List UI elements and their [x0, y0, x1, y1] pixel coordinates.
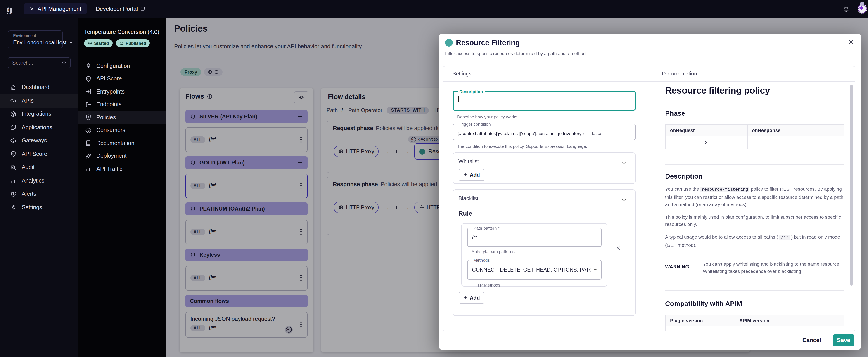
play-circle-icon — [88, 41, 92, 45]
compat-col-apim: APIM version — [735, 315, 844, 326]
whitelist-label: Whitelist — [458, 158, 479, 164]
external-link-icon — [140, 6, 145, 11]
code-chip: /** — [779, 235, 790, 240]
api-nav-api-traffic[interactable]: API Traffic — [78, 162, 166, 175]
api-nav-label: Configuration — [96, 63, 130, 69]
sidebar-item-dashboard[interactable]: Dashboard — [0, 81, 78, 94]
cloud-check-icon — [119, 41, 124, 45]
sidebar-search — [8, 57, 70, 68]
chevron-down-icon[interactable] — [621, 160, 627, 166]
rule-card: Path pattern * /** Ant-style path patter… — [461, 223, 607, 286]
resize-handle-icon[interactable] — [629, 104, 632, 108]
search-input[interactable] — [11, 60, 62, 66]
sidebar-item-analytics[interactable]: Analytics — [0, 174, 78, 187]
sidebar-item-settings[interactable]: Settings — [0, 201, 78, 214]
api-nav-deployment[interactable]: Deployment — [78, 150, 166, 162]
gear-icon — [10, 204, 17, 211]
trigger-condition-label: Trigger condition — [457, 121, 493, 126]
sidebar-item-apis[interactable]: APIs — [0, 94, 78, 107]
sidebar-item-api-score[interactable]: API Score — [0, 147, 78, 161]
sidebar-item-gateways[interactable]: Gateways — [0, 134, 78, 147]
environment-select[interactable]: Environment Env-LondonLocalHost — [8, 30, 63, 48]
description-field[interactable]: Description — [453, 91, 635, 110]
trigger-condition-field[interactable]: Trigger condition {#context.attributes['… — [453, 124, 635, 140]
main-nav: Dashboard APIs Integrations Applications… — [0, 81, 78, 214]
sidebar-item-label: APIs — [22, 98, 34, 104]
api-nav-consumers[interactable]: Consumers — [78, 124, 166, 137]
save-button[interactable]: Save — [833, 334, 855, 346]
book-icon — [85, 140, 92, 147]
select-caret-icon — [593, 269, 597, 270]
divider — [443, 81, 855, 82]
sidebar-item-label: Audit — [22, 164, 35, 171]
close-icon — [848, 38, 855, 46]
sidebar-item-label: Applications — [22, 124, 52, 131]
sidebar-item-alerts[interactable]: Alerts — [0, 187, 78, 201]
copy-icon — [10, 124, 17, 131]
api-title: Temperature Conversion (4.0) — [84, 29, 159, 35]
sidebar-item-label: Settings — [22, 204, 42, 210]
api-nav-endpoints[interactable]: Endpoints — [78, 98, 166, 111]
whitelist-add-button[interactable]: Add — [458, 169, 485, 181]
text-cursor — [458, 96, 458, 101]
doc-title: Resource filtering policy — [665, 85, 844, 96]
developer-portal-label: Developer Portal — [96, 6, 138, 12]
doc-scrollbar[interactable] — [850, 84, 852, 285]
gear-icon — [29, 6, 35, 12]
resource-filtering-dialog: Resource Filtering Filter access to spec… — [439, 34, 861, 350]
compat-col-plugin: Plugin version — [665, 315, 735, 326]
methods-label: Methods — [471, 257, 492, 262]
environment-value: Env-LondonLocalHost — [13, 39, 66, 46]
api-nav-configuration[interactable]: Configuration — [78, 59, 166, 72]
cloud-arrow-icon — [10, 137, 17, 144]
path-pattern-value: /** — [472, 235, 477, 240]
environment-label: Environment — [13, 33, 62, 38]
api-nav-label: API Score — [96, 76, 122, 82]
doc-paragraph: You can use the resource-filtering polic… — [665, 185, 844, 208]
divider — [665, 290, 844, 290]
warning-text: You can’t apply whitelisting and blackli… — [703, 257, 844, 277]
trigger-condition-value: {#context.attributes['jwt.claims']['scop… — [458, 131, 603, 136]
compatibility-table: Plugin version APIM version — [665, 314, 844, 331]
phase-table: onRequest onResponse X — [665, 124, 844, 149]
notifications-button[interactable] — [843, 5, 849, 12]
methods-select[interactable]: Methods CONNECT, DELETE, GET, HEAD, OPTI… — [467, 260, 601, 280]
doc-compat-heading: Compatibility with APIM — [665, 299, 844, 307]
sidebar-item-label: Gateways — [22, 138, 47, 144]
sidebar-item-applications[interactable]: Applications — [0, 121, 78, 134]
api-management-switcher[interactable]: API Management — [24, 3, 87, 14]
blacklist-panel: Blacklist Rule Path pattern * /** Ant-st… — [453, 189, 635, 316]
status-badge-started: Started — [84, 39, 113, 47]
avatar-badge — [860, 2, 864, 6]
methods-value: CONNECT, DELETE, GET, HEAD, OPTIONS, PAT… — [472, 267, 591, 272]
description-hint: Describe how your policy works. — [457, 114, 518, 119]
phase-col-onresponse: onResponse — [747, 124, 844, 136]
close-button[interactable] — [848, 38, 855, 46]
chevron-down-icon[interactable] — [621, 197, 627, 203]
remove-rule-button[interactable] — [615, 245, 621, 251]
bar-chart-icon — [10, 177, 17, 184]
bell-icon — [843, 5, 849, 12]
shield-check-icon — [10, 151, 17, 158]
api-nav-api-score[interactable]: API Score — [78, 72, 166, 85]
divider — [650, 66, 650, 331]
divider — [698, 257, 699, 277]
phase-onrequest-mark: X — [665, 136, 747, 149]
api-nav-documentation[interactable]: Documentation — [78, 137, 166, 150]
gear-icon — [85, 63, 92, 69]
path-pattern-field[interactable]: Path pattern * /** — [467, 228, 601, 247]
api-nav-policies[interactable]: Policies — [78, 111, 166, 124]
api-nav-label: Consumers — [96, 127, 125, 133]
documentation-pane: Resource filtering policy Phase onReques… — [665, 85, 844, 331]
api-nav-entrypoints[interactable]: Entrypoints — [78, 85, 166, 98]
developer-portal-link[interactable]: Developer Portal — [96, 6, 145, 12]
blacklist-add-button[interactable]: Add — [458, 292, 485, 303]
cancel-button[interactable]: Cancel — [800, 337, 824, 344]
search-check-icon — [10, 164, 17, 171]
sidebar-item-integrations[interactable]: Integrations — [0, 107, 78, 121]
sidebar-item-audit[interactable]: Audit — [0, 161, 78, 174]
rocket-icon — [85, 153, 92, 160]
status-badge-published: Published — [116, 39, 150, 47]
methods-hint: HTTP Methods — [471, 282, 500, 287]
blacklist-label: Blacklist — [458, 195, 478, 201]
